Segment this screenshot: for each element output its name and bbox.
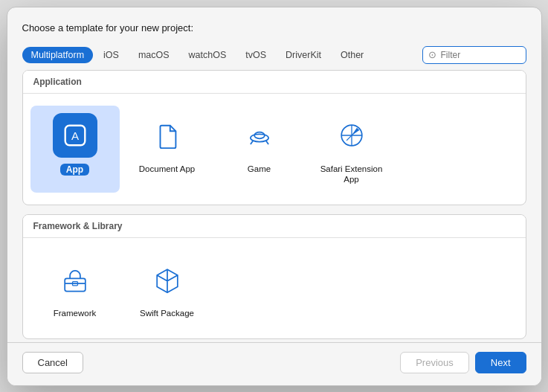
framework-label: Framework — [54, 308, 97, 319]
svg-text:A: A — [71, 129, 79, 141]
template-item-framework[interactable]: Framework — [30, 250, 120, 327]
tab-ios[interactable]: iOS — [94, 47, 128, 63]
application-section-header: Application — [23, 71, 526, 94]
tab-other[interactable]: Other — [332, 47, 373, 63]
game-icon-wrapper — [237, 113, 282, 158]
swift-package-icon-wrapper — [145, 257, 190, 302]
application-items-grid: A App Document App — [23, 94, 526, 205]
svg-rect-11 — [65, 279, 86, 292]
application-section: Application A App — [22, 70, 526, 206]
framework-icon — [61, 266, 89, 294]
tab-tvos[interactable]: tvOS — [236, 47, 275, 63]
game-icon — [245, 121, 274, 150]
template-item-game[interactable]: Game — [215, 106, 304, 193]
template-item-safari-extension[interactable]: Safari Extension App — [307, 106, 396, 193]
content-area: Application A App — [7, 70, 541, 342]
safari-extension-label: Safari Extension App — [315, 164, 389, 186]
svg-point-3 — [254, 132, 265, 138]
next-button[interactable]: Next — [475, 352, 526, 373]
safari-icon — [338, 121, 366, 150]
dialog-header: Choose a template for your new project: — [7, 7, 541, 42]
document-app-icon-wrapper — [145, 113, 190, 158]
template-item-swift-package[interactable]: Swift Package — [123, 250, 212, 327]
tab-watchos[interactable]: watchOS — [180, 47, 236, 63]
document-icon — [153, 121, 181, 150]
framework-icon-wrapper — [53, 257, 97, 302]
filter-container: ⊙ — [422, 46, 526, 64]
svg-line-5 — [265, 140, 268, 144]
tab-bar: Multiplatform iOS macOS watchOS tvOS Dri… — [7, 42, 541, 64]
app-badge: App — [60, 164, 89, 176]
template-dialog: Choose a template for your new project: … — [7, 7, 542, 386]
template-item-app[interactable]: A App — [30, 106, 120, 193]
tab-multiplatform[interactable]: Multiplatform — [22, 47, 94, 63]
app-icon: A — [61, 121, 89, 150]
tab-macos[interactable]: macOS — [129, 47, 178, 63]
swift-package-icon — [153, 266, 181, 294]
document-app-label: Document App — [139, 164, 195, 175]
dialog-title: Choose a template for your new project: — [22, 22, 194, 33]
footer-right: Previous Next — [400, 352, 526, 373]
framework-library-section-header: Framework & Library — [23, 215, 526, 238]
svg-line-4 — [250, 140, 252, 144]
framework-library-items-grid: Framework Swift Package — [23, 238, 526, 338]
previous-button[interactable]: Previous — [400, 352, 469, 373]
filter-input[interactable] — [422, 46, 526, 64]
tab-driverkit[interactable]: DriverKit — [277, 47, 330, 63]
filter-icon: ⊙ — [428, 49, 436, 60]
safari-extension-icon-wrapper — [329, 113, 374, 158]
game-label: Game — [248, 164, 271, 175]
dialog-footer: Cancel Previous Next — [7, 342, 541, 385]
swift-package-label: Swift Package — [140, 308, 194, 319]
template-item-document-app[interactable]: Document App — [123, 106, 212, 193]
svg-marker-10 — [352, 127, 359, 135]
framework-library-section: Framework & Library Framework — [22, 214, 526, 339]
app-icon-wrapper: A — [53, 113, 97, 158]
cancel-button[interactable]: Cancel — [22, 352, 83, 373]
